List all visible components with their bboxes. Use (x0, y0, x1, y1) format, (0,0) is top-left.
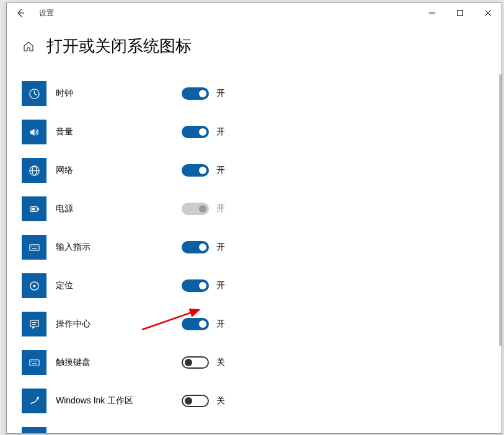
setting-row-5: 定位开 (22, 266, 487, 305)
toggle-wrap: 开 (182, 241, 225, 253)
svg-rect-2 (457, 11, 462, 16)
toggle-wrap: 关 (182, 395, 225, 407)
power-icon (22, 196, 46, 221)
setting-label: Windows Ink 工作区 (46, 395, 182, 406)
svg-point-28 (34, 361, 35, 361)
toggle-wrap: 关 (182, 356, 225, 369)
windows-ink-icon (22, 389, 46, 413)
titlebar: 设置 (7, 3, 502, 23)
toggle-switch (182, 203, 209, 215)
setting-row-4: 输入指示开 (22, 228, 487, 266)
setting-row-2: 网络开 (22, 151, 487, 190)
setting-row-0: 时钟开 (22, 74, 487, 113)
network-icon (22, 158, 46, 183)
svg-point-27 (32, 361, 33, 361)
ime-icon (22, 235, 46, 260)
home-icon (23, 41, 34, 52)
svg-point-21 (33, 284, 35, 287)
toggle-state-label: 关 (216, 357, 225, 368)
home-button[interactable] (22, 40, 35, 53)
svg-point-17 (34, 245, 35, 246)
svg-rect-30 (32, 363, 37, 364)
svg-rect-13 (31, 208, 35, 210)
settings-list: 时钟开音量开网络开电源开输入指示开定位开操作中心开触摸键盘关Windows In… (7, 74, 502, 434)
back-arrow-icon (15, 8, 25, 18)
toggle-switch[interactable] (182, 241, 209, 253)
toggle-switch[interactable] (182, 433, 209, 434)
toggle-state-label: 开 (216, 280, 225, 291)
svg-rect-19 (32, 248, 37, 248)
toggle-wrap: 开 (182, 87, 225, 100)
setting-row-3: 电源开 (22, 190, 487, 228)
setting-row-7: 触摸键盘关 (22, 343, 487, 382)
setting-label: 定位 (46, 280, 182, 291)
volume-icon (22, 120, 46, 144)
setting-label: 电源 (46, 203, 182, 214)
settings-window: 设置 打开或关闭系统图标 时钟开音量开网络开电源开输入指示开定位开操作中心开触摸… (6, 2, 502, 434)
toggle-wrap: 开 (182, 126, 225, 138)
setting-label: 网络 (46, 165, 182, 176)
toggle-switch[interactable] (182, 126, 209, 138)
touch-keyboard-icon (22, 350, 46, 375)
toggle-wrap: 关 (182, 433, 225, 434)
setting-label: 触摸键盘 (46, 357, 182, 368)
minimize-icon (429, 10, 435, 16)
toggle-state-label: 开 (216, 165, 225, 176)
setting-label: 音量 (46, 126, 182, 138)
minimize-button[interactable] (418, 4, 446, 22)
svg-rect-25 (29, 359, 38, 366)
toggle-state-label: 开 (216, 319, 225, 330)
setting-row-6: 操作中心开 (22, 305, 487, 343)
toggle-state-label: 关 (216, 395, 225, 406)
close-icon (485, 10, 491, 16)
svg-rect-12 (38, 208, 39, 210)
toggle-state-label: 开 (216, 203, 225, 214)
svg-point-18 (36, 245, 37, 246)
toggle-switch[interactable] (182, 164, 209, 177)
setting-row-1: 音量开 (22, 113, 487, 151)
toggle-wrap: 开 (182, 164, 225, 177)
toggle-wrap: 开 (182, 279, 225, 292)
toggle-state-label: 开 (216, 88, 225, 99)
toggle-switch[interactable] (182, 279, 209, 292)
page-header: 打开或关闭系统图标 (7, 23, 502, 74)
toggle-wrap: 开 (182, 318, 225, 330)
maximize-icon (457, 10, 463, 16)
close-button[interactable] (474, 4, 502, 22)
setting-label: 操作中心 (46, 319, 182, 330)
setting-row-9: 触摸板关 (22, 420, 487, 434)
setting-label: 时钟 (46, 88, 182, 99)
setting-label: 输入指示 (46, 242, 182, 253)
toggle-switch[interactable] (182, 87, 209, 100)
clock-icon (22, 81, 46, 106)
svg-rect-22 (30, 320, 38, 326)
titlebar-left: 设置 (12, 4, 54, 22)
svg-rect-14 (29, 244, 38, 250)
svg-point-26 (31, 361, 32, 361)
toggle-wrap: 开 (182, 203, 225, 215)
window-title: 设置 (39, 8, 54, 19)
content-area: 时钟开音量开网络开电源开输入指示开定位开操作中心开触摸键盘关Windows In… (7, 74, 502, 434)
scrollbar-thumb[interactable] (499, 74, 502, 346)
maximize-button[interactable] (446, 4, 474, 22)
toggle-state-label: 开 (216, 126, 225, 138)
window-controls (418, 4, 502, 22)
page-title: 打开或关闭系统图标 (46, 35, 192, 57)
svg-point-15 (31, 245, 32, 246)
toggle-switch[interactable] (182, 318, 209, 330)
setting-row-8: Windows Ink 工作区关 (22, 382, 487, 420)
location-icon (22, 273, 46, 298)
back-button[interactable] (12, 4, 29, 22)
scrollbar[interactable] (499, 74, 502, 434)
svg-point-29 (36, 361, 37, 361)
toggle-switch[interactable] (182, 395, 209, 407)
toggle-switch[interactable] (182, 356, 209, 369)
svg-line-7 (34, 94, 37, 95)
toggle-state-label: 开 (216, 242, 225, 253)
action-center-icon (22, 312, 46, 336)
svg-point-16 (32, 245, 33, 246)
touchpad-icon (22, 427, 46, 434)
